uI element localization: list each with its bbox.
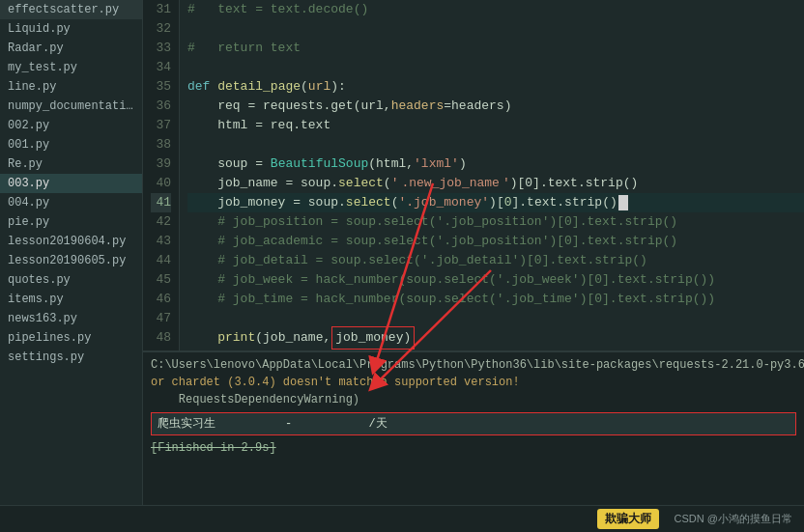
terminal-requests: RequestsDependencyWarning) xyxy=(151,391,796,408)
sidebar-item-radar[interactable]: Radar.py xyxy=(0,39,142,58)
sidebar-item-002[interactable]: 002.py xyxy=(0,116,142,135)
sidebar-item-pie[interactable]: pie.py xyxy=(0,212,142,232)
code-line-41: job_money = soup.select('.job_money')[0]… xyxy=(187,193,804,212)
sidebar-item-pipelines[interactable]: pipelines.py xyxy=(0,328,142,348)
sidebar-item-effectscatter[interactable]: effectscatter.py xyxy=(0,0,142,19)
sidebar-item-items[interactable]: items.py xyxy=(0,290,142,309)
terminal-result-line1: 爬虫实习生 - /天 xyxy=(158,415,790,433)
code-editor: 31 32 33 34 35 36 37 38 39 40 41 42 43 4… xyxy=(143,0,804,350)
sidebar-item-001[interactable]: 001.py xyxy=(0,135,142,154)
code-line-44: # job_detail = soup.select('.job_detail'… xyxy=(187,251,804,270)
terminal-path: C:\Users\lenovo\AppData\Local\Programs\P… xyxy=(151,356,796,374)
sidebar-item-quotes[interactable]: quotes.py xyxy=(0,270,142,290)
line-numbers: 31 32 33 34 35 36 37 38 39 40 41 42 43 4… xyxy=(143,0,180,350)
sidebar-item-lesson604[interactable]: lesson20190604.py xyxy=(0,232,142,251)
terminal-warning: or chardet (3.0.4) doesn't match a suppo… xyxy=(151,374,796,391)
code-line-46: # job_time = hack_number(soup.select('.j… xyxy=(187,290,804,309)
terminal-result-box: 爬虫实习生 - /天 xyxy=(151,412,796,435)
code-line-38 xyxy=(187,135,804,154)
code-line-48: print(job_name,job_money) xyxy=(187,328,804,348)
file-sidebar[interactable]: effectscatter.py Liquid.py Radar.py my_t… xyxy=(0,0,143,505)
code-line-32 xyxy=(187,19,804,39)
terminal-panel: C:\Users\lenovo\AppData\Local\Programs\P… xyxy=(143,350,804,505)
code-line-36: req = requests.get(url,headers=headers) xyxy=(187,97,804,116)
watermark-text: CSDN @小鸿的摸鱼日常 xyxy=(675,512,792,526)
watermark-bar: 欺骗大师 CSDN @小鸿的摸鱼日常 xyxy=(0,505,804,532)
sidebar-item-lesson605[interactable]: lesson20190605.py xyxy=(0,251,142,270)
code-line-43: # job_academic = soup.select('.job_posit… xyxy=(187,232,804,251)
sidebar-item-re[interactable]: Re.py xyxy=(0,154,142,174)
code-line-35: def detail_page(url): xyxy=(187,77,804,97)
code-line-47 xyxy=(187,309,804,328)
code-line-34 xyxy=(187,58,804,77)
code-text[interactable]: # text = text.decode() # return text def… xyxy=(180,0,804,350)
terminal-output: C:\Users\lenovo\AppData\Local\Programs\P… xyxy=(143,352,804,505)
sidebar-item-numpy[interactable]: numpy_documentati... xyxy=(0,97,142,116)
code-line-39: soup = BeautifulSoup(html,'lxml') xyxy=(187,154,804,174)
sidebar-item-line[interactable]: line.py xyxy=(0,77,142,97)
sidebar-item-mytest[interactable]: my_test.py xyxy=(0,58,142,77)
code-line-42: # job_position = soup.select('.job_posit… xyxy=(187,212,804,232)
sidebar-item-liquid[interactable]: Liquid.py xyxy=(0,19,142,39)
sidebar-item-004[interactable]: 004.py xyxy=(0,193,142,212)
code-line-37: html = req.text xyxy=(187,116,804,135)
sidebar-item-news163[interactable]: news163.py xyxy=(0,309,142,328)
code-line-31: # text = text.decode() xyxy=(187,0,804,19)
terminal-finished: [Finished in 2.9s] xyxy=(151,439,796,457)
watermark-logo: 欺骗大师 xyxy=(597,509,659,529)
code-line-33: # return text xyxy=(187,39,804,58)
sidebar-item-settings[interactable]: settings.py xyxy=(0,348,142,367)
sidebar-item-003[interactable]: 003.py xyxy=(0,174,142,193)
code-line-40: job_name = soup.select('.new_job_name')[… xyxy=(187,174,804,193)
code-line-45: # job_week = hack_number(soup.select('.j… xyxy=(187,270,804,290)
